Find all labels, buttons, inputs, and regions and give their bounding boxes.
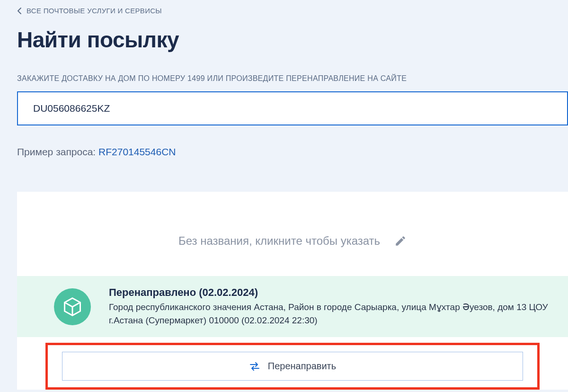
- status-text: Перенаправлено (02.02.2024) Город респуб…: [109, 286, 550, 327]
- redirect-highlight: Перенаправить: [45, 343, 540, 390]
- untitled-label[interactable]: Без названия, кликните чтобы указать: [178, 234, 380, 248]
- result-header: Без названия, кликните чтобы указать: [17, 192, 568, 276]
- result-card: Без названия, кликните чтобы указать Пер…: [17, 192, 568, 390]
- tracking-input[interactable]: [17, 91, 568, 125]
- page-title: Найти посылку: [17, 27, 568, 53]
- status-title: Перенаправлено (02.02.2024): [109, 286, 550, 299]
- package-icon: [54, 288, 91, 325]
- chevron-left-icon: [17, 7, 22, 15]
- breadcrumb-back[interactable]: ВСЕ ПОЧТОВЫЕ УСЛУГИ И СЕРВИСЫ: [17, 7, 568, 15]
- example-link[interactable]: RF270145546CN: [98, 146, 176, 157]
- redirect-icon: [249, 361, 260, 372]
- breadcrumb-label: ВСЕ ПОЧТОВЫЕ УСЛУГИ И СЕРВИСЫ: [27, 7, 162, 15]
- example-label: Пример запроса:: [17, 146, 98, 157]
- pencil-icon[interactable]: [394, 235, 407, 247]
- redirect-label: Перенаправить: [268, 361, 336, 372]
- example-row: Пример запроса: RF270145546CN: [17, 146, 568, 158]
- status-block: Перенаправлено (02.02.2024) Город респуб…: [17, 276, 568, 337]
- redirect-button[interactable]: Перенаправить: [62, 352, 523, 381]
- instruction-text: ЗАКАЖИТЕ ДОСТАВКУ НА ДОМ ПО НОМЕРУ 1499 …: [17, 74, 568, 83]
- status-description: Город республиканского значения Астана, …: [109, 301, 550, 327]
